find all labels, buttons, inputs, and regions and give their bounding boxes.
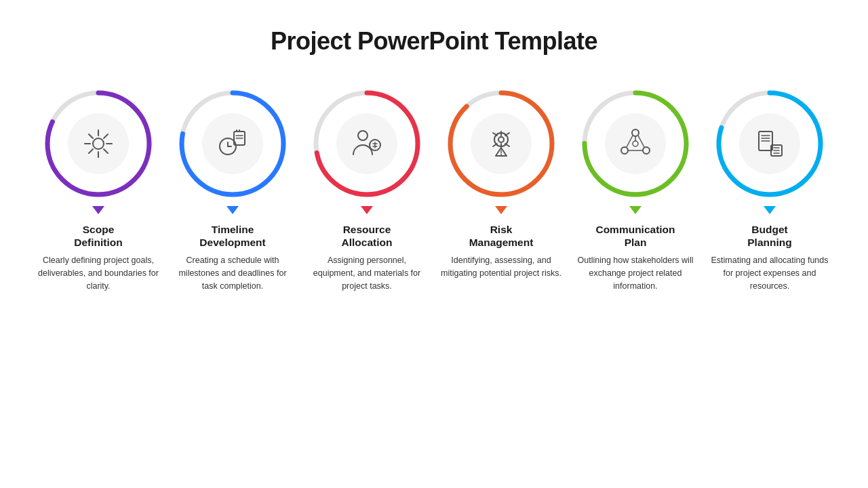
circle-resource-allocation: [313, 89, 421, 198]
card-resource-allocation: ResourceAllocation Assigning personnel, …: [306, 89, 428, 292]
svg-line-8: [104, 149, 108, 153]
icon-container-scope-definition: [68, 113, 129, 174]
card-title-risk-management: RiskManagement: [469, 224, 534, 249]
arrow-resource-allocation: [361, 206, 373, 214]
svg-point-2: [93, 138, 104, 149]
card-title-communication-plan: CommunicationPlan: [595, 224, 675, 249]
svg-line-10: [89, 149, 93, 153]
card-scope-definition: ScopeDefinition Clearly defining project…: [37, 89, 159, 292]
clock-document-icon: [215, 126, 250, 161]
card-risk-management: RiskManagement Identifying, assessing, a…: [440, 89, 562, 280]
svg-line-45: [627, 136, 633, 147]
card-title-budget-planning: BudgetPlanning: [747, 224, 791, 249]
circle-budget-planning: [715, 89, 824, 198]
card-desc-scope-definition: Clearly defining project goals, delivera…: [37, 254, 159, 292]
circle-risk-management: [447, 89, 555, 198]
cards-container: ScopeDefinition Clearly defining project…: [14, 89, 854, 292]
card-desc-timeline-development: Creating a schedule with milestones and …: [172, 254, 294, 292]
svg-point-44: [643, 147, 650, 154]
svg-point-43: [621, 147, 628, 154]
page-title: Project PowerPoint Template: [271, 27, 597, 56]
card-title-scope-definition: ScopeDefinition: [74, 224, 122, 249]
card-desc-risk-management: Identifying, assessing, and mitigating p…: [440, 254, 562, 280]
arrow-timeline-development: [226, 206, 239, 214]
circle-timeline-development: [178, 89, 287, 198]
svg-point-48: [633, 141, 638, 146]
document-calculator-icon: [752, 126, 787, 161]
card-desc-resource-allocation: Assigning personnel, equipment, and mate…: [306, 254, 428, 292]
svg-point-39: [500, 154, 502, 155]
icon-container-budget-planning: [739, 113, 800, 174]
card-title-timeline-development: TimelineDevelopment: [199, 224, 265, 249]
svg-line-7: [89, 134, 93, 138]
svg-line-46: [638, 136, 644, 147]
svg-point-37: [498, 137, 504, 142]
card-budget-planning: BudgetPlanning Estimating and allocating…: [709, 89, 831, 292]
people-coin-icon: [349, 126, 384, 161]
warning-gear-icon: [484, 126, 519, 161]
icon-container-resource-allocation: [336, 113, 397, 174]
people-network-icon: [618, 126, 653, 161]
card-title-resource-allocation: ResourceAllocation: [342, 224, 393, 249]
arrow-scope-definition: [92, 206, 104, 214]
circle-scope-definition: [44, 89, 153, 198]
icon-container-timeline-development: [202, 113, 263, 174]
arrow-risk-management: [495, 206, 507, 214]
icon-container-communication-plan: [605, 113, 666, 174]
circle-communication-plan: [581, 89, 690, 198]
arrow-communication-plan: [629, 206, 642, 214]
icon-container-risk-management: [471, 113, 532, 174]
card-desc-budget-planning: Estimating and allocating funds for proj…: [709, 254, 831, 292]
card-communication-plan: CommunicationPlan Outlining how stakehol…: [574, 89, 696, 292]
svg-line-9: [104, 134, 108, 138]
settings-arrows-icon: [81, 126, 116, 161]
card-timeline-development: TimelineDevelopment Creating a schedule …: [172, 89, 294, 292]
arrow-budget-planning: [764, 206, 776, 214]
card-desc-communication-plan: Outlining how stakeholders will exchange…: [574, 254, 696, 292]
svg-point-23: [358, 131, 368, 140]
